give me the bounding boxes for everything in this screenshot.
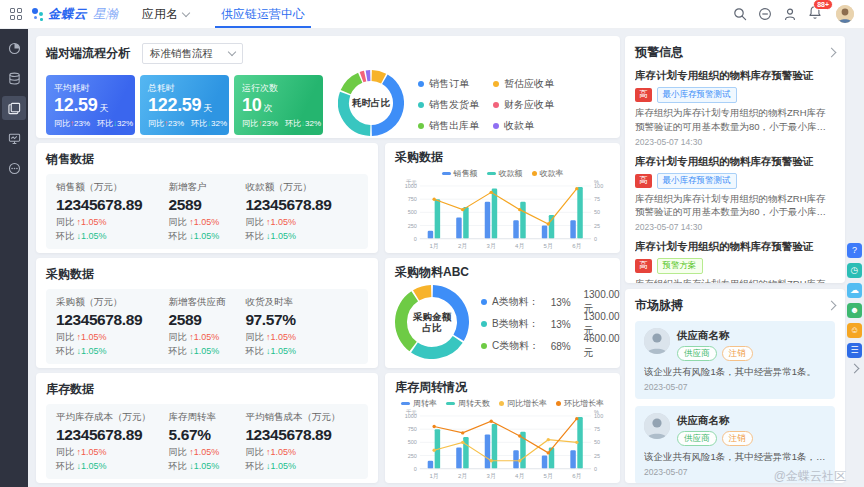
process-flow-select[interactable]: 标准销售流程 [142,43,243,64]
rail-monitor-icon[interactable] [2,126,26,150]
alert-item[interactable]: 库存计划专用组织的物料库存预警验证 高 最小库存预警测试 库存组织为库存计划专用… [635,69,835,147]
alert-item[interactable]: 库存计划专用组织的物料库存预警验证 高 预警方案 库存组织为库存计划专用组织的物… [635,240,835,283]
help-icon[interactable]: ? [847,243,862,258]
legend-label: A类物料： [492,295,546,309]
alert-item[interactable]: 库存计划专用组织的物料库存预警验证 高 最小库存预警测试 库存组织为库存计划专用… [635,155,835,233]
logo[interactable]: 金蝶云 星瀚 [31,6,118,23]
mom-value: 32% [211,119,227,128]
metric-label: 运行次数 [242,82,315,95]
legend-item[interactable]: 销售发货单 [418,95,479,116]
legend-dot-icon [418,102,424,108]
logo-dots-icon [31,6,44,22]
mom-value: ↓1.05% [189,346,219,356]
svg-text:耗时占比: 耗时占比 [351,97,391,108]
svg-text:3月: 3月 [487,473,496,480]
stat-value: 12345678.89 [56,426,169,444]
metric-value: 122.59 [148,95,201,115]
legend-item[interactable]: 收款额 [487,168,523,179]
alert-tag: 最小库存预警测试 [657,173,737,189]
mom-value: ↓1.05% [189,461,219,471]
svg-text:3月: 3月 [487,243,496,250]
yoy-label: 同比 [54,119,70,128]
mom-label: 环比 [285,119,301,128]
donut-svg: 耗时占比 [338,70,404,136]
alert-time: 2023-05-07 14:30 [635,137,835,147]
cloud-icon[interactable]: ☁ [847,283,862,298]
svg-text:2月: 2月 [458,243,467,250]
legend-dot-icon [493,102,499,108]
stat-value: 12345678.89 [56,311,169,329]
legend-percent: 13% [551,319,579,330]
rail-analytics-icon[interactable] [2,36,26,60]
legend-item[interactable]: 收款单 [493,116,554,137]
market-item[interactable]: 供应商名称 供应商 注销 该企业共有风险1条，其中经营异常1条。 2023-05… [635,321,835,399]
svg-text:0: 0 [414,466,417,472]
rail-more-icon[interactable] [2,156,26,180]
app-menu[interactable]: 应用名 [142,6,189,23]
market-title: 市场脉搏 [635,297,683,314]
svg-text:0: 0 [414,236,417,242]
agent-icon[interactable]: ☻ [847,303,862,318]
svg-text:25: 25 [594,223,600,229]
legend-item[interactable]: 暂估应收单 [493,74,554,95]
svg-text:1月: 1月 [430,473,439,480]
legend-dot-icon [418,123,424,129]
metric-value: 12.59 [54,95,98,115]
legend-item[interactable]: 同比增长率 [499,398,547,409]
legend-item[interactable]: 收款率 [532,168,564,179]
tab-supply-chain-center[interactable]: 供应链运营中心 [215,0,311,28]
legend-item[interactable]: C类物料：68%4600.00万元 [481,335,620,357]
yoy-label: 同比 [169,447,187,457]
legend-item[interactable]: 环比增长率 [556,398,604,409]
stat-value: 12345678.89 [245,426,358,444]
chart-legend: 销售额收款额收款率 [395,168,610,179]
alerts-title: 预警信息 [635,44,683,61]
legend-label: 财务应收单 [504,98,554,112]
rail-dashboard-icon[interactable] [2,96,26,120]
stat-on-time-receipt-rate: 收货及时率 97.57% 同比 ↑1.05% 环比 ↓1.05% [245,296,358,358]
yoy-value: 23% [74,119,90,128]
yoy-value: ↑1.05% [189,217,219,227]
svg-text:千元: 千元 [406,179,417,185]
stat-value: 2589 [169,196,246,214]
legend-item[interactable]: 销售出库单 [418,116,479,137]
minus-circle-icon[interactable] [758,7,772,21]
feedback-icon[interactable]: ☺ [847,323,862,338]
mom-label: 环比 [97,119,113,128]
apps-grid-icon[interactable] [10,8,22,20]
logo-text-main: 金蝶云 [48,6,87,23]
left-rail [0,28,28,487]
metric-unit: 次 [263,103,272,113]
legend-item[interactable]: 周转天数 [446,398,490,409]
status-tag: 注销 [722,431,753,446]
legend-label: 收款额 [499,168,523,179]
user-icon[interactable] [783,7,797,21]
legend-marker-icon [556,401,561,406]
avatar[interactable] [836,5,854,23]
metric-card-run-count: 运行次数 10次 同比↑23% 环比↓32% [234,75,323,135]
legend-amount: 4600.00万元 [583,332,620,360]
supplier-tag: 供应商 [677,346,717,361]
main-content: 端对端流程分析 标准销售流程 平均耗时 12.59天 同比↑23% 环比↓32%… [28,28,864,487]
yoy-value: ↑1.05% [266,332,296,342]
rail-database-icon[interactable] [2,66,26,90]
notifications[interactable]: 88+ [808,5,822,23]
svg-text:4月: 4月 [515,243,524,250]
legend-item[interactable]: 财务应收单 [493,95,554,116]
legend-label: 周转率 [413,398,437,409]
chevron-right-icon[interactable] [827,301,837,311]
legend-item[interactable]: 销售订单 [418,74,479,95]
stat-label: 平均销售成本（万元） [245,411,358,424]
search-icon[interactable] [733,7,747,21]
stat-inventory-turnover: 库存周转率 5.67% 同比 ↑1.05% 环比 ↓1.05% [169,411,246,473]
yoy-label: 同比 [56,217,74,227]
collapse-chevron-icon[interactable] [850,364,860,374]
clock-icon[interactable]: ◷ [847,263,862,278]
legend-marker-icon [446,402,455,405]
list-icon[interactable]: ☰ [847,343,862,358]
mom-value: ↓1.05% [77,461,107,471]
alert-title: 库存计划专用组织的物料库存预警验证 [635,240,835,254]
legend-item[interactable]: 周转率 [401,398,437,409]
chevron-right-icon[interactable] [827,48,837,58]
legend-item[interactable]: 销售额 [442,168,478,179]
